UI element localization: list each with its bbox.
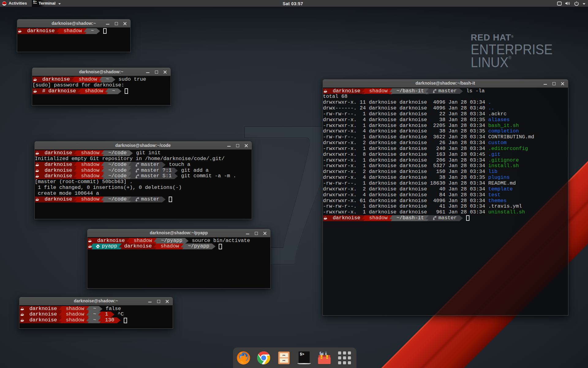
svg-text:$>: $> [300, 352, 304, 357]
svg-text:$>: $> [33, 0, 37, 3]
